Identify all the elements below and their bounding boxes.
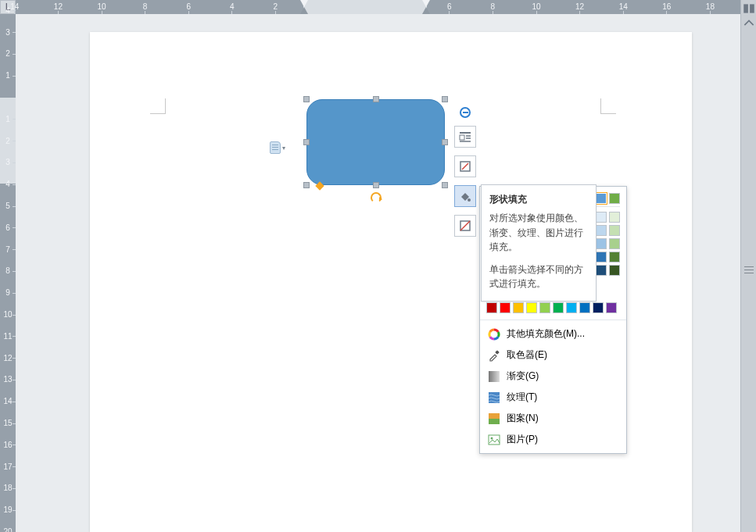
resize-handle-s[interactable] bbox=[373, 182, 379, 188]
resize-handle-nw[interactable] bbox=[303, 96, 310, 102]
h-tick: 4 bbox=[225, 0, 239, 14]
tooltip-title: 形状填充 bbox=[489, 193, 588, 206]
color-swatch[interactable] bbox=[593, 302, 604, 313]
svg-rect-1 bbox=[750, 4, 754, 12]
texture-item[interactable]: 纹理(T) bbox=[480, 387, 626, 408]
v-tick: 3 bbox=[0, 158, 16, 166]
h-tick: 6 bbox=[442, 0, 457, 14]
v-tick: 3 bbox=[0, 28, 16, 37]
panel-resize-grip-icon[interactable] bbox=[744, 266, 754, 273]
picture-item[interactable]: 图片(P) bbox=[480, 429, 626, 450]
resize-handle-sw[interactable] bbox=[303, 182, 310, 188]
more-fill-colors-item[interactable]: 其他填充颜色(M)... bbox=[480, 323, 626, 345]
gradient-icon bbox=[488, 370, 500, 383]
v-tick: 12 bbox=[0, 354, 16, 362]
v-tick: 4 bbox=[0, 6, 16, 15]
color-swatch[interactable] bbox=[526, 302, 537, 313]
right-side-panel-strip bbox=[740, 0, 756, 532]
corner-adjust-handle[interactable] bbox=[315, 181, 324, 190]
color-swatch[interactable] bbox=[596, 225, 607, 236]
color-swatch[interactable] bbox=[579, 302, 590, 313]
pattern-item[interactable]: 图案(N) bbox=[480, 408, 626, 429]
v-tick: 9 bbox=[0, 288, 16, 297]
menu-item-label: 纹理(T) bbox=[507, 391, 537, 404]
color-swatch[interactable] bbox=[609, 252, 620, 262]
svg-rect-12 bbox=[489, 419, 500, 424]
v-tick: 15 bbox=[0, 419, 16, 427]
svg-rect-0 bbox=[743, 4, 748, 12]
color-swatch[interactable] bbox=[513, 302, 524, 313]
eyedropper-icon bbox=[488, 349, 500, 362]
v-tick: 1 bbox=[0, 115, 16, 123]
resize-handle-e[interactable] bbox=[442, 139, 448, 145]
document-canvas[interactable]: ▾ bbox=[16, 14, 740, 532]
panel-toggle-icon[interactable] bbox=[742, 2, 756, 16]
color-swatch[interactable] bbox=[609, 265, 620, 276]
h-tick: 18 bbox=[703, 0, 717, 14]
resize-handle-ne[interactable] bbox=[442, 96, 448, 102]
v-tick: 2 bbox=[0, 137, 16, 145]
h-tick: 6 bbox=[181, 0, 195, 14]
right-indent-marker[interactable] bbox=[422, 7, 430, 14]
standard-color-row bbox=[480, 302, 626, 320]
right-indent-marker-top[interactable] bbox=[422, 0, 430, 7]
shape-fill-button[interactable] bbox=[454, 185, 476, 207]
v-tick: 4 bbox=[0, 180, 16, 188]
svg-rect-2 bbox=[460, 132, 471, 134]
color-wheel-icon bbox=[488, 328, 500, 341]
v-tick: 19 bbox=[0, 505, 16, 514]
color-swatch[interactable] bbox=[609, 238, 620, 249]
vertical-ruler[interactable]: 5432112345678910111213141516171819202122… bbox=[0, 14, 16, 532]
rounded-rectangle-shape[interactable] bbox=[306, 99, 445, 185]
shape-effects-button[interactable] bbox=[454, 215, 476, 237]
color-swatch[interactable] bbox=[566, 302, 577, 313]
resize-handle-se[interactable] bbox=[442, 182, 448, 188]
color-swatch[interactable] bbox=[609, 225, 620, 236]
svg-rect-3 bbox=[460, 135, 464, 140]
picture-icon bbox=[488, 434, 500, 446]
color-swatch[interactable] bbox=[539, 302, 550, 313]
document-page[interactable]: ▾ bbox=[90, 32, 692, 532]
v-tick: 16 bbox=[0, 441, 16, 449]
eyedropper-item[interactable]: 取色器(E) bbox=[480, 345, 626, 366]
v-tick: 7 bbox=[0, 245, 16, 254]
color-swatch[interactable] bbox=[609, 212, 620, 223]
color-swatch[interactable] bbox=[596, 252, 607, 262]
text-wrap-button[interactable] bbox=[454, 126, 476, 148]
h-tick: 10 bbox=[529, 0, 543, 14]
resize-handle-n[interactable] bbox=[373, 96, 379, 102]
v-tick: 14 bbox=[0, 397, 16, 405]
v-tick: 20 bbox=[0, 527, 16, 532]
svg-point-5 bbox=[468, 198, 471, 202]
v-tick: 8 bbox=[0, 266, 16, 275]
color-swatch[interactable] bbox=[596, 238, 607, 249]
shape-fill-tooltip: 形状填充 对所选对象使用颜色、渐变、纹理、图片进行填充。 单击箭头选择不同的方式… bbox=[481, 184, 597, 302]
menu-item-label: 图案(N) bbox=[507, 412, 539, 425]
color-swatch[interactable] bbox=[500, 302, 511, 313]
texture-icon bbox=[488, 391, 500, 404]
h-ruler-active-region bbox=[303, 0, 427, 14]
color-swatch[interactable] bbox=[553, 302, 564, 313]
layout-options-icon bbox=[270, 141, 281, 154]
fill-menu-list: 其他填充颜色(M)... 取色器(E) 渐变(G) bbox=[480, 320, 626, 453]
gradient-item[interactable]: 渐变(G) bbox=[480, 366, 626, 387]
margin-guide-top-left bbox=[150, 98, 166, 114]
color-swatch[interactable] bbox=[596, 212, 607, 223]
rotate-handle[interactable] bbox=[371, 192, 382, 203]
horizontal-ruler[interactable]: L 22201816141210864224681012141618202224… bbox=[0, 0, 740, 14]
color-swatch[interactable] bbox=[606, 302, 617, 313]
shape-outline-button[interactable] bbox=[454, 155, 476, 177]
color-swatch[interactable] bbox=[596, 265, 607, 276]
resize-handle-w[interactable] bbox=[303, 139, 310, 145]
menu-item-label: 取色器(E) bbox=[507, 348, 547, 362]
collapse-panel-icon[interactable] bbox=[742, 17, 756, 31]
left-indent-marker[interactable] bbox=[300, 7, 308, 14]
color-swatch[interactable] bbox=[486, 302, 497, 313]
h-tick: 12 bbox=[573, 0, 587, 14]
v-tick: 5 bbox=[0, 202, 16, 210]
first-line-indent-marker[interactable] bbox=[300, 0, 308, 7]
collapse-toolbar-button[interactable] bbox=[460, 107, 471, 118]
v-tick: 18 bbox=[0, 484, 16, 492]
svg-point-14 bbox=[491, 437, 493, 439]
layout-options-button[interactable]: ▾ bbox=[270, 141, 285, 154]
